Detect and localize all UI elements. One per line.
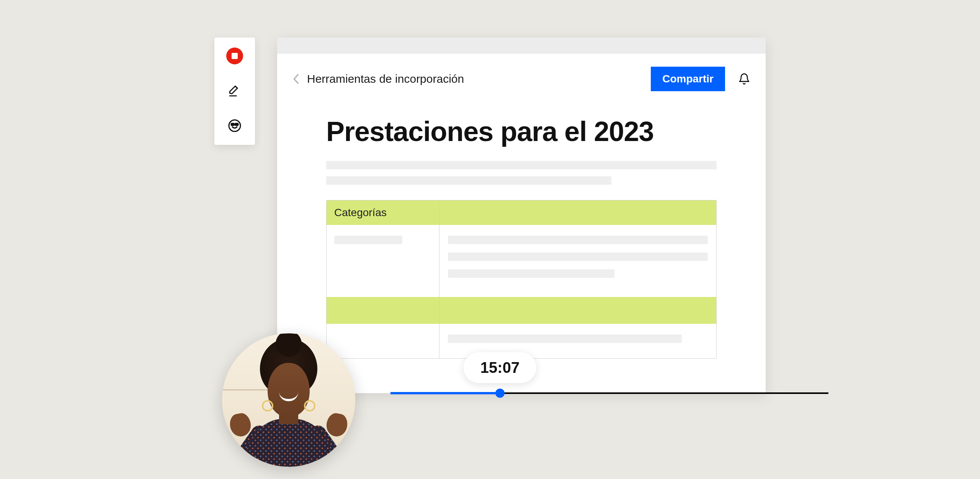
stop-record-icon — [226, 48, 243, 64]
document-heading: Prestaciones para el 2023 — [326, 116, 717, 147]
text-placeholder — [448, 253, 708, 261]
webcam-bubble[interactable] — [222, 333, 355, 467]
stop-record-button[interactable] — [226, 48, 243, 64]
text-placeholder — [326, 176, 611, 185]
chevron-left-icon — [292, 74, 300, 84]
playback-timeline[interactable]: 15:07 — [390, 392, 828, 395]
notifications-button[interactable] — [738, 73, 750, 85]
text-placeholder — [448, 236, 708, 244]
breadcrumb[interactable]: Herramientas de incorporación — [307, 72, 651, 85]
app-stage: Herramientas de incorporación Compartir … — [214, 38, 766, 444]
text-placeholder — [326, 161, 717, 169]
timeline-time-pill: 15:07 — [464, 352, 536, 383]
table-cell-left — [327, 225, 439, 297]
table-header-row: Categorías — [327, 200, 716, 225]
table-row — [327, 225, 716, 297]
table-header-categories: Categorías — [327, 200, 439, 225]
timeline-knob[interactable] — [495, 389, 505, 398]
emoji-button[interactable] — [226, 118, 243, 135]
text-placeholder — [448, 269, 614, 278]
timeline-progress — [390, 392, 500, 394]
text-placeholder — [334, 236, 402, 244]
table-cell-left — [327, 324, 439, 358]
share-button[interactable]: Compartir — [651, 67, 725, 91]
document-window: Herramientas de incorporación Compartir … — [277, 38, 766, 393]
table-header-empty — [439, 200, 716, 225]
pencil-underline-icon — [228, 84, 241, 98]
draw-button[interactable] — [226, 83, 243, 100]
svg-point-1 — [229, 120, 240, 131]
presenter-avatar — [222, 333, 355, 467]
categories-table: Categorías — [326, 200, 717, 359]
window-titlebar — [277, 38, 766, 54]
bell-icon — [738, 73, 750, 85]
sunglasses-face-icon — [228, 119, 242, 134]
table-cell-right — [439, 225, 716, 297]
back-button[interactable] — [292, 74, 300, 84]
document-topbar: Herramientas de incorporación Compartir — [277, 54, 766, 102]
recording-toolbar — [214, 38, 255, 145]
text-placeholder — [448, 335, 682, 343]
table-section-row — [327, 297, 716, 324]
document-content: Prestaciones para el 2023 Categorías — [277, 102, 766, 393]
